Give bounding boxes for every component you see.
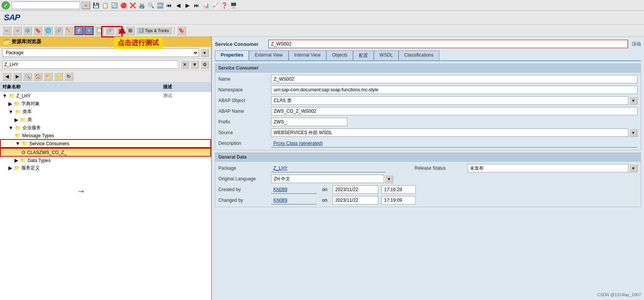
tree-item-dict[interactable]: ▶ 📁 字典对象 xyxy=(0,100,211,108)
bookmark-btn[interactable]: 🔖 xyxy=(177,26,186,35)
tab-config[interactable]: 配置 xyxy=(353,50,374,60)
stop-icon[interactable]: 🔴 xyxy=(119,1,128,10)
field-value-created-by[interactable]: KN089 xyxy=(271,185,317,194)
shortcut-icon[interactable]: 📋 xyxy=(101,1,109,10)
back-icon[interactable]: 🔄 xyxy=(110,1,118,10)
collapse-btn[interactable]: « xyxy=(82,2,90,9)
tree-item-label: Service Consumers xyxy=(29,141,162,146)
globe-btn[interactable]: 🌐 xyxy=(44,26,53,35)
field-value-desc[interactable]: Proxy Class (generated) xyxy=(271,139,638,148)
field-relstatus-container: 未发布 ▼ xyxy=(467,164,638,172)
last-icon[interactable]: ⏭ xyxy=(192,1,201,10)
tree-item-label: 服务定义 xyxy=(21,165,163,171)
field-value-name: Z_WS002 xyxy=(271,75,638,83)
fav-btn[interactable]: ⚙️ xyxy=(23,26,32,35)
nav-filter-btn[interactable]: 🔍 xyxy=(23,72,32,81)
filter-dropdown-btn[interactable]: ▼ xyxy=(200,49,209,57)
nav-expand-btn[interactable]: 📂 xyxy=(44,72,53,81)
field-value-created-time: 17:16:29 xyxy=(381,185,416,194)
print-icon[interactable]: 🖨️ xyxy=(137,1,146,10)
tree-item-enterprise[interactable]: ▼ 📁 企业服务 xyxy=(0,124,211,132)
folder-icon: 📁 xyxy=(9,93,15,99)
nav-fwd-btn[interactable]: ▶ xyxy=(13,72,22,81)
field-abapobj-container: CLAS 类 ▼ xyxy=(271,96,638,105)
tree-item-label: 类 xyxy=(27,117,163,123)
tree-item-desc: 测试 xyxy=(163,92,209,99)
sap-header: SAP xyxy=(0,11,644,24)
tips-tricks-btn[interactable]: ℹ️ Tips & Tricks xyxy=(136,27,172,34)
tree-item-claszws[interactable]: ⊙ CLASZWS_CO_Z_ xyxy=(0,148,211,157)
monitor-icon[interactable]: 🖥️ xyxy=(229,1,237,10)
field-row-created: Created by KN089 on 2023/11/22 17:16:29 xyxy=(218,185,638,194)
tab-internalview[interactable]: Internal View xyxy=(289,50,326,60)
options-btn[interactable]: ⚙ xyxy=(200,60,209,69)
left-panel: 🗂️ 资源库浏览器 Package ▼ ✕ ▼ ⚙ ◀ ▶ 🔍 xyxy=(0,37,212,300)
save-icon[interactable]: 💾 xyxy=(92,1,100,10)
folder-icon: 📁 xyxy=(14,101,20,107)
tree-btn[interactable]: ≡ xyxy=(115,26,124,35)
folder-arrow-icon: ▶ xyxy=(8,165,12,171)
tree-item-svcdef[interactable]: ▶ 📁 服务定义 xyxy=(0,164,211,172)
check-btn[interactable]: + xyxy=(84,26,94,35)
nav-star-btn[interactable]: ⭐ xyxy=(54,72,63,81)
field-value-changed-by[interactable]: KN089 xyxy=(271,196,317,204)
first-icon[interactable]: ⏮ xyxy=(165,1,173,10)
relstatus-dropdown-btn[interactable]: ▼ xyxy=(629,164,638,172)
forward-btn[interactable]: → xyxy=(13,26,22,35)
tab-wsdl[interactable]: WSDL xyxy=(374,50,399,60)
tree-item-msgtypes[interactable]: 📁 Message Types xyxy=(0,132,211,139)
source-dropdown-btn[interactable]: ▼ xyxy=(629,128,638,137)
command-input[interactable] xyxy=(11,2,80,9)
status-check-icon: ✓ xyxy=(2,1,10,10)
find-icon[interactable]: 🔍 xyxy=(147,1,155,10)
clear-btn[interactable]: ✕ xyxy=(181,60,189,69)
flag-btn[interactable]: 🔖 xyxy=(33,26,42,35)
back-btn[interactable]: ← xyxy=(2,26,11,35)
tree-item-datatypes[interactable]: ▶ 📁 Data Types xyxy=(0,157,211,164)
field-value-package[interactable]: Z_LHY xyxy=(271,164,386,172)
folder-icon: 📁 xyxy=(20,117,26,123)
field-value-origlang: ZH 中文 xyxy=(271,175,384,183)
panel-header: 🗂️ 资源库浏览器 xyxy=(0,37,211,47)
split-btn[interactable]: ⊞ xyxy=(126,26,135,35)
search-input[interactable] xyxy=(2,60,179,69)
nav-home-btn[interactable]: 🏠 xyxy=(33,72,42,81)
filter-select[interactable]: Package xyxy=(2,49,199,57)
tab-classifications[interactable]: Classifications xyxy=(399,50,439,60)
chart-icon[interactable]: 📈 xyxy=(211,1,219,10)
tab-properties[interactable]: Properties xyxy=(215,50,249,60)
nav-refresh-btn[interactable]: ↻ xyxy=(64,72,73,81)
field-origlang-container: ZH 中文 ▼ xyxy=(271,175,393,183)
folder-arrow-icon: ▶ xyxy=(15,117,18,123)
activate-btn[interactable]: ⚡ xyxy=(74,26,84,35)
tab-objects[interactable]: Objects xyxy=(326,50,353,60)
info-icon: ℹ️ xyxy=(139,28,144,33)
sc-header-label: Service Consumer xyxy=(215,41,265,47)
field-label-origlang: Original Language xyxy=(218,176,268,182)
search-row: ✕ ▼ ⚙ xyxy=(0,59,211,71)
tab-externalview[interactable]: External View xyxy=(249,50,288,60)
tree-item-classlib[interactable]: ▼ 📁 类库 xyxy=(0,108,211,116)
tree-item-svccons[interactable]: ▼ 📁 Service Consumers xyxy=(0,139,211,148)
filter-row: Package ▼ xyxy=(0,47,211,59)
field-value-created-date: 2023/11/22 xyxy=(332,185,378,194)
abapobj-dropdown-btn[interactable]: ▼ xyxy=(629,96,638,105)
nav-back-btn[interactable]: ◀ xyxy=(2,72,11,81)
folder-expand-icon: ▼ xyxy=(2,93,7,99)
next-icon[interactable]: ▶ xyxy=(183,1,192,10)
tree-item-class[interactable]: ▶ 📁 类 xyxy=(0,116,211,124)
filter-icon[interactable]: 🔤 xyxy=(156,1,164,10)
tree-item-z_lhy[interactable]: ▼ 📁 Z_LHY 测试 xyxy=(0,92,211,100)
prev-icon[interactable]: ◀ xyxy=(174,1,182,10)
layout-icon[interactable]: 📊 xyxy=(202,1,210,10)
folder-expand-icon: ▼ xyxy=(15,141,20,146)
edit-btn[interactable]: ✏️ xyxy=(64,26,73,35)
field-label-changed: Changed by xyxy=(218,198,268,203)
where-used-btn[interactable]: 🔗 xyxy=(105,26,114,35)
cancel-icon[interactable]: ❌ xyxy=(128,1,137,10)
origlang-dropdown-btn[interactable]: ▼ xyxy=(385,175,393,183)
dropdown-arrow-btn[interactable]: ▼ xyxy=(190,60,199,69)
obj-nav-btn[interactable]: 📋 xyxy=(95,26,104,35)
help-icon[interactable]: ❓ xyxy=(220,1,228,10)
share-btn[interactable]: 🔗 xyxy=(54,26,63,35)
